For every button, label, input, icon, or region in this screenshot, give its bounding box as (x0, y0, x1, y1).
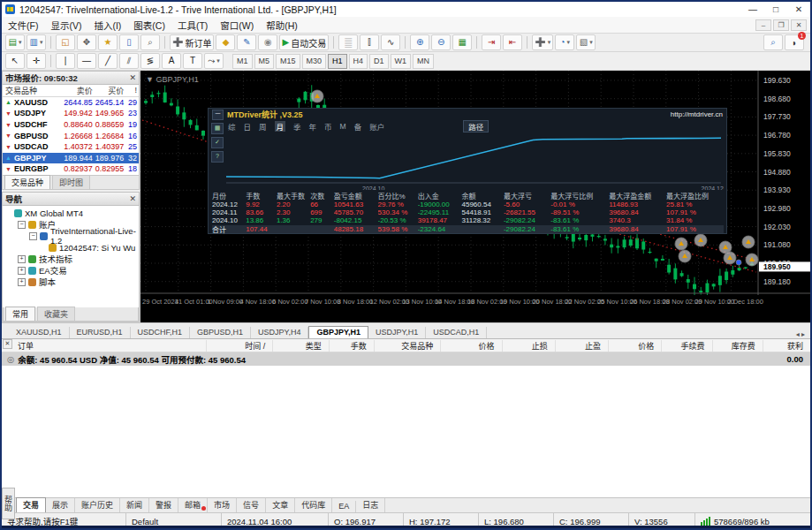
maximize-button[interactable]: □ (764, 3, 787, 17)
arrows-tool[interactable]: ⤳▾ (204, 53, 224, 69)
child-minimize-button[interactable]: ‒ (755, 19, 771, 31)
child-close-button[interactable]: ✕ (791, 19, 807, 31)
mtdriver-menu-2[interactable]: 周 (259, 121, 267, 132)
timeframe-m1[interactable]: M1 (232, 54, 253, 69)
orders-column-6[interactable]: 止损 (502, 340, 555, 352)
fibonacci-tool[interactable]: ≶ (140, 53, 160, 69)
menu-item-5[interactable]: 窗口(W) (214, 19, 260, 32)
expand-icon[interactable]: + (18, 267, 26, 275)
channel-tool[interactable]: ⫽ (119, 53, 139, 69)
terminal-tab-3[interactable]: 新闻 (120, 498, 149, 512)
timeframe-m30[interactable]: M30 (302, 54, 327, 69)
chart-tab-5[interactable]: GBPJPY,H1 (308, 326, 368, 338)
navigator-item-5[interactable]: +EA交易 (3, 265, 139, 276)
terminal-tab-6[interactable]: 市场 (208, 498, 237, 512)
orders-column-7[interactable]: 止盈 (555, 340, 608, 352)
chart-tab-2[interactable]: USDCHF,H1 (131, 327, 191, 338)
chart-tabs-scroll-arrows[interactable]: ◂ ▸ (796, 330, 810, 338)
navigator-item-6[interactable]: +脚本 (3, 276, 139, 288)
mtdriver-menu-1[interactable]: 日 (244, 121, 252, 132)
market-watch-tab-1[interactable]: 即时图 (52, 175, 90, 189)
navigator-item-0[interactable]: XM Global MT4 (3, 208, 139, 219)
mtdriver-panel[interactable]: － MTDriver统计 ,V3.25 http://mtdriver.cn 综… (208, 108, 727, 234)
mtdriver-menu-8[interactable]: 备 (354, 121, 362, 132)
navigator-item-4[interactable]: +技术指标 (3, 254, 139, 265)
chart-area[interactable]: 199.630198.680197.730196.780195.830194.8… (140, 71, 810, 322)
data-window-toggle[interactable]: ⌕ (140, 34, 160, 50)
menu-item-6[interactable]: 帮助(H) (260, 19, 304, 32)
sound-icon[interactable]: ◉ (258, 34, 277, 50)
timeframe-m15[interactable]: M15 (276, 54, 300, 69)
close-button[interactable]: ✕ (787, 3, 810, 17)
navigator-tab-1[interactable]: 收藏夹 (37, 307, 75, 321)
mtdriver-menu-5[interactable]: 年 (309, 121, 317, 132)
market-watch-header[interactable]: 市场报价: 09:50:32 ✕ (2, 71, 140, 85)
navigator-close-icon[interactable]: ✕ (129, 194, 136, 203)
terminal-tab-5[interactable]: 邮箱 (178, 498, 208, 512)
favorites-icon[interactable]: ★ (98, 34, 118, 50)
orders-column-10[interactable]: 库存费 (712, 340, 763, 352)
navigator-header[interactable]: 导航 ✕ (2, 192, 140, 206)
mw-col-3[interactable]: ! (124, 86, 139, 95)
timeframe-w1[interactable]: W1 (391, 54, 412, 69)
templates-button[interactable]: ▧▾ (576, 34, 596, 50)
market-watch-row-gbpjpy[interactable]: ▲GBPJPY189.944189.97632 (3, 153, 139, 164)
market-watch-row-eurgbp[interactable]: ▼EURGBP0.829370.8295518 (3, 163, 139, 175)
mtdriver-menu-6[interactable]: 币 (324, 121, 332, 132)
menu-item-2[interactable]: 插入(I) (87, 19, 127, 32)
collapse-icon[interactable]: − (29, 232, 37, 240)
expand-icon[interactable]: + (18, 278, 26, 286)
timeframe-m5[interactable]: M5 (254, 54, 275, 69)
terminal-tab-8[interactable]: 文章 (266, 498, 295, 512)
toolbar-search-icon[interactable]: ⌕ (763, 34, 783, 50)
help-side-tab[interactable]: 帮助 (2, 488, 15, 519)
orders-column-8[interactable]: 价格 (608, 340, 661, 352)
terminal-tab-4[interactable]: 警报 (149, 498, 178, 512)
periods-button[interactable]: ◔▾ (555, 34, 574, 50)
zoom-out-button[interactable]: ⊖ (431, 34, 451, 50)
orders-column-9[interactable]: 手续费 (661, 340, 711, 352)
mtdriver-path-button[interactable]: 路径 (463, 120, 489, 132)
cursor-tool[interactable]: ↖ (5, 53, 25, 69)
chart-tab-6[interactable]: USDJPY,H1 (368, 327, 426, 338)
strategy-tester-icon[interactable]: ◆ (216, 34, 235, 50)
timeframe-d1[interactable]: D1 (369, 54, 389, 69)
text-tool[interactable]: A (162, 53, 181, 69)
title-bar[interactable]: 12042547: TriveInternational-Live-1.2 - … (2, 2, 810, 17)
terminal-tab-11[interactable]: 日志 (356, 498, 385, 512)
bar-chart-mode[interactable]: 𝄛 (338, 34, 358, 50)
chart-tab-1[interactable]: EURUSD,H1 (70, 327, 131, 338)
market-watch-close-icon[interactable]: ✕ (129, 73, 136, 82)
orders-list-empty[interactable] (2, 366, 810, 497)
expand-icon[interactable]: + (18, 255, 26, 263)
terminal-tab-9[interactable]: 代码库 (295, 498, 332, 512)
zoom-in-button[interactable]: ⊕ (410, 34, 429, 50)
label-tool[interactable]: T (183, 53, 202, 69)
orders-column-5[interactable]: 价格 (440, 340, 501, 352)
mw-col-0[interactable]: 交易品种 (3, 85, 61, 96)
autotrading-button[interactable]: ▶自动交易 (279, 34, 329, 50)
auto-scroll-button[interactable]: ⇥ (482, 34, 501, 50)
chart-tab-0[interactable]: XAUUSD,H1 (9, 327, 70, 338)
horizontal-line-tool[interactable]: — (77, 53, 96, 69)
minimize-button[interactable]: — (741, 3, 764, 17)
menu-item-0[interactable]: 文件(F) (2, 19, 44, 32)
timeframe-h1[interactable]: H1 (328, 54, 347, 69)
profiles-button[interactable]: ▥▾ (27, 34, 46, 50)
navigator-item-3[interactable]: 12042547: Si Yu Wu (3, 242, 139, 254)
vertical-line-tool[interactable]: | (56, 53, 75, 69)
chart-shift-button[interactable]: ⇤ (503, 34, 522, 50)
terminal-tab-1[interactable]: 展示 (46, 498, 75, 512)
candle-chart-mode[interactable]: ⫿ (360, 34, 379, 50)
mtdriver-minimize-button[interactable]: － (212, 110, 224, 120)
market-watch-row-gbpusd[interactable]: ▼GBPUSD1.266681.2668416 (3, 130, 139, 141)
market-watch-toggle[interactable]: ▯ (119, 34, 139, 50)
mw-col-1[interactable]: 卖价 (61, 85, 93, 96)
mw-col-2[interactable]: 买价 (93, 85, 125, 96)
indicators-button[interactable]: ➕▾ (532, 34, 553, 50)
terminal-tab-10[interactable]: EA (332, 501, 356, 512)
mtdriver-menu-0[interactable]: 综 (228, 121, 236, 132)
terminal-tab-0[interactable]: 交易 (16, 497, 46, 512)
chart-tab-3[interactable]: GBPUSD,H1 (190, 327, 251, 338)
market-watch-tab-0[interactable]: 交易品种 (4, 175, 50, 189)
